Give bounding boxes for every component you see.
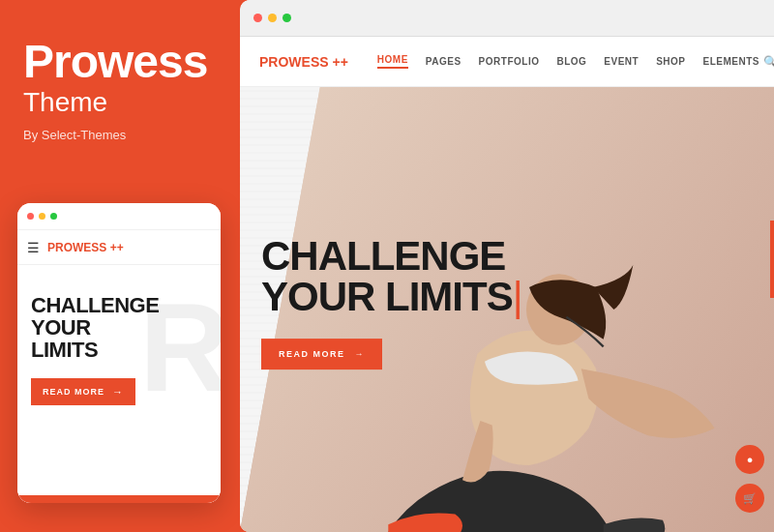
- bottom-right-icons: ● 🛒: [735, 445, 764, 513]
- browser-dot-green: [283, 14, 291, 22]
- site-navbar: PROWESS ++ HOME PAGES PORTFOLIO BLOG EVE…: [240, 37, 774, 87]
- mobile-mockup: ☰ PROWESS ++ R CHALLENGE YOUR LIMITS REA…: [17, 203, 221, 503]
- mobile-top-bar: [17, 203, 221, 230]
- cursor-icon: |: [513, 274, 522, 319]
- hero-read-more-button[interactable]: READ MORE →: [261, 339, 382, 369]
- mobile-logo-main: PROWESS: [47, 241, 110, 254]
- mobile-logo-accent: ++: [110, 241, 124, 254]
- hero-section: K: [240, 87, 774, 532]
- site-logo-main: PROWESS: [259, 54, 332, 70]
- mobile-btn-label: READ MORE: [43, 387, 104, 397]
- nav-item-portfolio[interactable]: PORTFOLIO: [479, 56, 540, 67]
- browser-dot-yellow: [268, 14, 277, 22]
- mobile-headline: CHALLENGE YOUR LIMITS: [31, 294, 159, 361]
- mobile-dot-yellow: [39, 213, 45, 220]
- mobile-read-more-button[interactable]: READ MORE →: [31, 378, 135, 405]
- mobile-btn-arrow-icon: →: [112, 386, 124, 398]
- nav-items: HOME PAGES PORTFOLIO BLOG EVENT SHOP ELE…: [377, 54, 759, 69]
- nav-item-elements[interactable]: ELEMENTS: [703, 56, 759, 67]
- brand-author: By Select-Themes: [23, 128, 217, 142]
- brand-subtitle: Theme: [23, 87, 217, 118]
- search-icon-button[interactable]: 🔍: [759, 50, 774, 74]
- mobile-nav: ☰ PROWESS ++: [17, 230, 221, 265]
- hero-cta-arrow-icon: →: [355, 349, 366, 359]
- hero-headline-line2: YOUR LIMITS|: [261, 277, 522, 317]
- right-panel: PROWESS ++ HOME PAGES PORTFOLIO BLOG EVE…: [240, 0, 774, 532]
- mobile-dot-red: [27, 213, 34, 220]
- hero-text-area: CHALLENGE YOUR LIMITS| READ MORE →: [261, 236, 522, 369]
- nav-item-home[interactable]: HOME: [377, 54, 408, 69]
- nav-item-blog[interactable]: BLOG: [556, 56, 586, 67]
- hero-cta-label: READ MORE: [279, 349, 345, 359]
- floating-cart-icon[interactable]: 🛒: [735, 484, 764, 513]
- floating-circle-icon[interactable]: ●: [735, 445, 764, 474]
- site-logo: PROWESS ++: [259, 54, 348, 70]
- hero-headline-line1: CHALLENGE: [261, 236, 522, 277]
- mobile-logo: PROWESS ++: [47, 241, 124, 254]
- mobile-hamburger-icon[interactable]: ☰: [27, 240, 40, 255]
- brand-title: Prowess: [23, 39, 217, 85]
- browser-bar: [240, 0, 774, 37]
- site-logo-accent: ++: [332, 54, 347, 70]
- mobile-hero-text: CHALLENGE YOUR LIMITS READ MORE →: [31, 294, 159, 405]
- nav-item-shop[interactable]: SHOP: [656, 56, 685, 67]
- side-decoration-bar: [770, 221, 774, 298]
- nav-item-event[interactable]: EVENT: [604, 56, 639, 67]
- hero-headline: CHALLENGE YOUR LIMITS|: [261, 236, 522, 317]
- mobile-dot-green: [50, 213, 57, 220]
- mobile-bottom-stripe: [17, 495, 221, 503]
- mobile-content: R CHALLENGE YOUR LIMITS READ MORE →: [17, 265, 221, 503]
- browser-dot-red: [253, 14, 262, 22]
- left-panel: Prowess Theme By Select-Themes ☰ PROWESS…: [0, 0, 240, 532]
- nav-item-pages[interactable]: PAGES: [426, 56, 461, 67]
- nav-icons: 🔍 🛒 ☰: [759, 50, 774, 74]
